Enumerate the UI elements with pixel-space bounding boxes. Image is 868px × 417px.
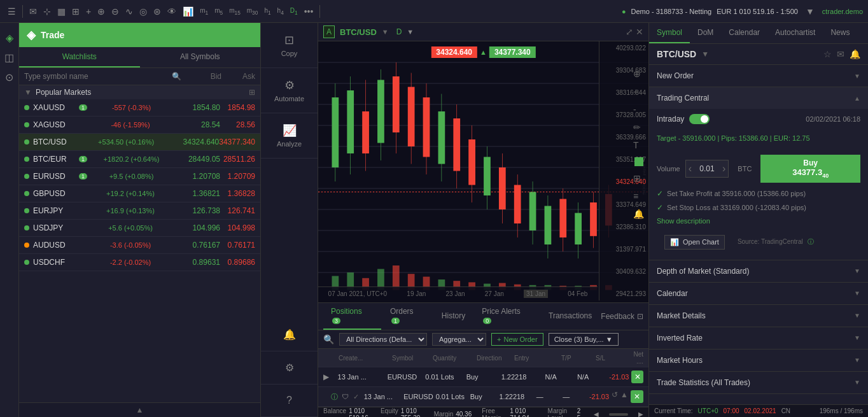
m15-icon[interactable]: m15 [229, 7, 241, 16]
tab-history[interactable]: History [434, 307, 473, 325]
cursor-icon[interactable]: ⊹ [43, 6, 51, 17]
sidebar-trade-icon[interactable]: ◈ [6, 32, 13, 44]
sidebar-chart-icon[interactable]: ◫ [4, 52, 14, 64]
search-icon[interactable]: 🔍 [172, 72, 181, 81]
info-icon[interactable]: ⓘ [808, 238, 814, 245]
search-minus-icon[interactable]: ⊖ [111, 6, 119, 17]
more-icon[interactable]: ••• [304, 6, 314, 17]
color-swatch-icon[interactable] [634, 157, 643, 166]
inverted-rate-header[interactable]: Inverted Rate ▼ [649, 327, 868, 349]
intraday-toggle[interactable] [689, 114, 710, 124]
analyze-action[interactable]: 📈 Analyze [261, 113, 318, 159]
position-row-1[interactable]: ▶ 13 Jan ... EURUSD 0.01 Lots Buy 1.2221… [318, 367, 648, 387]
zoom-in-icon[interactable]: + [631, 85, 646, 99]
chevron-down-icon[interactable]: ▼ [806, 6, 815, 17]
symbol-row-eurusd[interactable]: EURUSD 1 +9.5 (+0.08%) 1.20708 1.20709 [19, 168, 260, 185]
close-positions-button[interactable]: Close (3) Buy,... ▼ [549, 333, 619, 346]
search-input[interactable] [24, 72, 167, 81]
symbol-row-btcusd[interactable]: BTC/USD +534.50 (+0.16%) 34324.640 34377… [19, 134, 260, 151]
symbol-row-audusd[interactable]: AUDUSD -3.6 (-0.05%) 0.76167 0.76171 [19, 237, 260, 254]
market-hours-header[interactable]: Market Hours ▼ [649, 350, 868, 371]
calendar-header[interactable]: Calendar ▼ [649, 283, 868, 304]
plus-icon[interactable]: + [86, 6, 91, 17]
symbol-row-gbpusd[interactable]: GBPUSD +19.2 (+0.14%) 1.36821 1.36828 [19, 185, 260, 202]
open-chart-button[interactable]: 📊 Open Chart [664, 235, 725, 250]
pos-close-button-exp[interactable]: ✕ [631, 390, 643, 403]
chart-icon[interactable]: ▦ [57, 6, 66, 17]
right-tab-symbol[interactable]: Symbol [649, 23, 690, 43]
layers-icon[interactable]: ≡ [631, 189, 646, 203]
shield-icon[interactable]: 🛡 [342, 393, 350, 400]
tab-price-alerts[interactable]: Price Alerts 0 [474, 303, 540, 330]
m5-icon[interactable]: m5 [214, 7, 223, 16]
symbol-row-xagusd[interactable]: XAGUSD -46 (-1.59%) 28.54 28.56 [19, 117, 260, 134]
search-small-icon[interactable]: 🔍 [323, 334, 334, 344]
maximize-icon[interactable]: ⤢ [626, 27, 633, 37]
aggregate-filter[interactable]: Aggrega... [432, 333, 486, 346]
scroll-bar[interactable] [609, 413, 628, 416]
tab-all-symbols[interactable]: All Symbols [140, 47, 261, 67]
copy-action[interactable]: ⊡ Copy [261, 23, 318, 68]
circle-icon[interactable]: ◎ [139, 6, 147, 17]
info-icon[interactable]: ⓘ [331, 392, 339, 402]
pos-close-button[interactable]: ✕ [631, 371, 643, 383]
volume-increase-btn[interactable]: › [720, 163, 728, 174]
chevron-down-icon[interactable]: ▼ [701, 50, 709, 59]
crosshair-icon[interactable]: ⊕ [631, 67, 646, 81]
right-tab-news[interactable]: News [823, 23, 857, 43]
plus-draw-icon[interactable]: ⊞ [631, 171, 646, 185]
chevron-down-icon[interactable]: ▼ [382, 28, 389, 36]
feedback-button[interactable]: Feedback ⊡ [601, 312, 643, 321]
d1-icon[interactable]: D1 [290, 7, 298, 16]
trading-central-header[interactable]: Trading Central ▲ [649, 87, 868, 109]
h1-icon[interactable]: h1 [264, 7, 270, 16]
timeframe-chevron[interactable]: ▼ [407, 28, 414, 36]
trade-statistics-header[interactable]: Trade Statistics (All Trades) ▼ [649, 372, 868, 393]
layers-icon[interactable]: ⊛ [153, 6, 161, 17]
chevron-down-icon[interactable]: ▼ [24, 88, 32, 97]
grid-view-icon[interactable]: ⊞ [249, 88, 255, 97]
pos-up-icon[interactable]: ▲ [620, 390, 628, 403]
scroll-left-icon[interactable]: ◀ [594, 411, 599, 417]
symbol-row-eurjpy[interactable]: EURJPY +16.9 (+0.13%) 126.738 126.741 [19, 202, 260, 220]
star-icon[interactable]: ☆ [823, 49, 832, 59]
depth-of-market-header[interactable]: Depth of Market (Standard) ▼ [649, 260, 868, 282]
text-icon[interactable]: T [631, 138, 646, 152]
email-icon[interactable]: ✉ [29, 6, 37, 17]
new-order-button[interactable]: + New Order [491, 333, 543, 346]
symbol-row-usdchf[interactable]: USDCHF -2.2 (-0.02%) 0.89631 0.89686 [19, 254, 260, 271]
right-tab-calendar[interactable]: Calendar [721, 23, 767, 43]
timeframe-label[interactable]: D [396, 27, 402, 36]
tab-watchlists[interactable]: Watchlists [19, 47, 140, 67]
new-order-header[interactable]: New Order ▼ [649, 65, 868, 87]
tab-orders[interactable]: Orders 1 [382, 303, 433, 330]
zoom-out-icon[interactable]: - [631, 102, 646, 117]
symbol-row-btceur[interactable]: BTC/EUR 1 +1820.2 (+0.64%) 28449.05 2851… [19, 151, 260, 168]
bell-icon[interactable]: 🔔 [850, 49, 860, 59]
buy-button[interactable]: Buy 34377.340 [760, 155, 860, 183]
direction-filter[interactable]: All Directions (Defa... [339, 333, 427, 346]
close-chart-icon[interactable]: ✕ [636, 27, 643, 37]
scroll-right-icon[interactable]: ▶ [638, 411, 643, 417]
eye-icon[interactable]: 👁 [167, 6, 176, 17]
checkbox-tp-icon[interactable]: ✓ [657, 189, 663, 198]
show-description-link[interactable]: Show description [649, 215, 868, 227]
notifications-action[interactable]: 🔔 [261, 318, 318, 351]
volume-input[interactable] [694, 164, 720, 173]
m30-icon[interactable]: m30 [247, 7, 258, 16]
expand-icon[interactable]: ▶ [323, 372, 335, 381]
email-icon[interactable]: ✉ [837, 49, 844, 59]
pos-reverse-icon[interactable]: ↺ [612, 390, 618, 403]
settings-action[interactable]: ⚙ [261, 351, 318, 385]
symbol-row-xauusd[interactable]: XAUUSD 1 -557 (-0.3%) 1854.80 1854.98 [19, 99, 260, 117]
m1-icon[interactable]: m1 [200, 7, 208, 16]
wave-icon[interactable]: ∿ [125, 6, 133, 17]
sidebar-settings-icon[interactable]: ⊙ [5, 71, 13, 83]
bell-small-icon[interactable]: 🔔 [631, 207, 646, 221]
market-details-header[interactable]: Market Details ▼ [649, 305, 868, 327]
tab-positions[interactable]: Positions 3 [323, 303, 381, 330]
automate-action[interactable]: ⚙ Automate [261, 68, 318, 113]
checkbox-sl-icon[interactable]: ✓ [657, 203, 663, 212]
help-action[interactable]: ? [261, 385, 318, 417]
search-plus-icon[interactable]: ⊕ [97, 6, 105, 17]
